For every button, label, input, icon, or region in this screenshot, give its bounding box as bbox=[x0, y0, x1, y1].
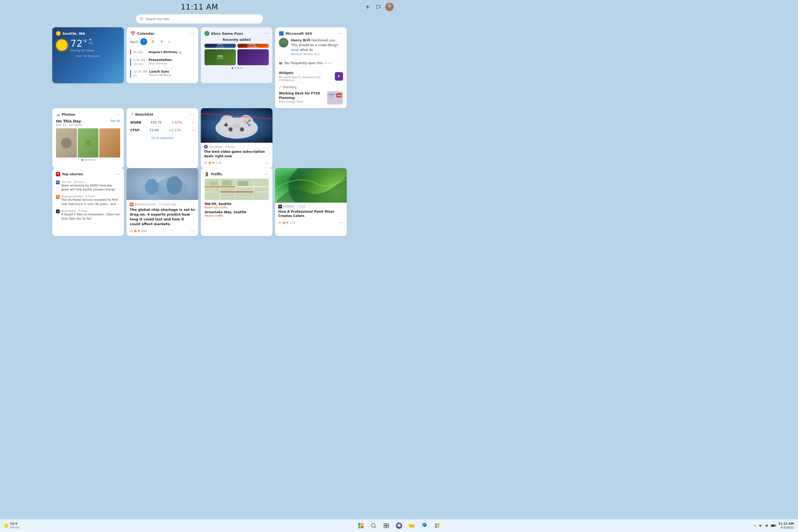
photos-more-button[interactable]: ··· bbox=[116, 112, 120, 117]
news-item-3[interactable]: B Bloomberg · 3 mins A Quant's Take on I… bbox=[56, 208, 120, 222]
dot-1 bbox=[231, 68, 233, 69]
m365-widget: 🟦 Microsoft 365 ··· Henry Brill mentione… bbox=[275, 27, 347, 108]
chip-source-name: Business Insider bbox=[134, 203, 156, 206]
weather-more-button[interactable]: ··· bbox=[116, 31, 120, 36]
chip-more-button[interactable]: ··· bbox=[190, 229, 195, 233]
calendar-month-row: April 7 8 9 ∨ bbox=[130, 38, 194, 45]
top-stories-header: N Top stories ··· bbox=[56, 172, 120, 177]
svg-rect-4 bbox=[90, 38, 91, 39]
chip-article-image bbox=[127, 168, 198, 200]
traffic-header: 🚦 Traffic ··· bbox=[205, 172, 269, 177]
temperature: 72 bbox=[70, 38, 82, 49]
traffic-more-button[interactable]: ··· bbox=[264, 172, 269, 177]
user-avatar[interactable] bbox=[385, 3, 394, 11]
bi-icon: BI bbox=[130, 203, 133, 206]
search-input[interactable] bbox=[145, 17, 259, 21]
photo-1[interactable] bbox=[56, 128, 77, 157]
search-bar-container bbox=[0, 14, 399, 24]
xbox-icon bbox=[205, 31, 209, 36]
weather-temp-container: 72 °F 0% Strong UV today bbox=[70, 38, 94, 52]
photo-2[interactable]: 🌿 bbox=[78, 128, 99, 157]
controller-svg bbox=[201, 108, 273, 143]
game-fourth[interactable] bbox=[238, 49, 269, 65]
traffic-title-row: 🚦 Traffic bbox=[205, 172, 223, 176]
xbox-more-button[interactable]: ··· bbox=[264, 31, 269, 36]
calendar-chevron[interactable]: ∨ bbox=[168, 39, 171, 44]
news-content-3: Bloomberg · 3 mins A Quant's Take on Inn… bbox=[61, 210, 120, 221]
event-time-2: 12:30 AM 1h bbox=[133, 70, 147, 78]
weather-forecast-link[interactable]: See full forecast bbox=[56, 54, 120, 58]
photos-grid: 🌿 bbox=[56, 128, 120, 157]
calendar-more-button[interactable]: ··· bbox=[190, 31, 194, 36]
photos-date: Dec 18 · 33 items bbox=[56, 123, 82, 127]
collapse-button[interactable] bbox=[375, 3, 382, 11]
forza-label: FORZA HORIZON 5 bbox=[247, 44, 259, 48]
photos-dot-5 bbox=[93, 159, 95, 161]
game-deals-more[interactable]: ··· bbox=[265, 161, 269, 166]
game-forza[interactable]: FORZA HORIZON 5 bbox=[238, 44, 269, 48]
news-item-2[interactable]: BI Business Insider · 2 hours The US Pos… bbox=[56, 193, 120, 208]
search-icon bbox=[140, 17, 143, 21]
watchlist-more-button[interactable]: ··· bbox=[190, 112, 194, 117]
search-bar-wrapper[interactable] bbox=[136, 14, 263, 24]
top-stories-more-button[interactable]: ··· bbox=[116, 172, 120, 177]
chip-source-sep: · bbox=[157, 203, 158, 206]
insider-widget: IN INSIDER · 1 hour How A Professional P… bbox=[275, 168, 347, 236]
bloomberg-icon: B bbox=[56, 210, 60, 213]
news-item-1[interactable]: TH The Hill · 18 mins Slash emissions by… bbox=[56, 179, 120, 193]
top-stories-title: Top stories bbox=[62, 172, 83, 176]
xbox-games-grid: HALO INFINITE FORZA HORIZON 5 MINE CRAFT bbox=[205, 44, 269, 65]
svg-rect-9 bbox=[329, 94, 335, 95]
weather-widget: Seattle, WA ··· 72 °F 0% Strong UV today… bbox=[52, 27, 124, 83]
xbox-dots bbox=[205, 68, 269, 69]
time-display: 11:11 AM bbox=[181, 3, 218, 12]
game-deals-widget-img: V The Verge · 4 hours The best video gam… bbox=[201, 108, 273, 168]
add-button[interactable] bbox=[364, 3, 371, 11]
news-content-2: Business Insider · 2 hours The US Postal… bbox=[61, 195, 120, 206]
news-source-time-3: Bloomberg · 3 mins bbox=[61, 210, 120, 212]
trending-label: Trending bbox=[283, 86, 296, 89]
calendar-day-9[interactable]: 9 bbox=[159, 38, 165, 45]
temp-display: 72 °F 0% bbox=[70, 38, 94, 49]
svg-point-20 bbox=[248, 124, 251, 126]
watchlist-title-row: ↗ Watchlist bbox=[130, 112, 153, 116]
m365-mention-user: Henry Brill bbox=[291, 38, 310, 42]
weather-header: Seattle, WA ··· bbox=[56, 31, 120, 36]
stock-change-1: -1.67% bbox=[171, 121, 182, 125]
bi-icon-2: BI bbox=[56, 195, 60, 198]
xbox-header: Xbox Game Pass ··· bbox=[205, 31, 269, 36]
insider-footer: 😊 🔥❤️ 274 ··· bbox=[278, 221, 344, 225]
weather-description: Strong UV today bbox=[70, 49, 94, 52]
photo-3[interactable] bbox=[99, 128, 120, 157]
m365-mention-link[interactable]: Isaac bbox=[291, 48, 299, 52]
photos-see-all[interactable]: See all bbox=[110, 119, 120, 122]
photos-section: On This Day bbox=[56, 119, 82, 123]
m365-title-row: 🟦 Microsoft 365 bbox=[279, 31, 312, 36]
game-minecraft[interactable]: MINE CRAFT bbox=[205, 49, 236, 65]
game-halo[interactable]: HALO INFINITE bbox=[205, 44, 236, 48]
m365-trending-section: ↗ Trending Working Deck for FY20 Plannin… bbox=[279, 83, 343, 104]
photos-day-info: On This Day Dec 18 · 33 items bbox=[56, 119, 82, 127]
weather-icon bbox=[56, 31, 61, 36]
allday-label: All day bbox=[133, 51, 146, 54]
stock-row-wgrb: WGRB 435.75 -1.67% ✓ bbox=[130, 119, 194, 127]
svg-point-5 bbox=[206, 32, 208, 35]
event-bar-2 bbox=[130, 70, 131, 78]
watchlist-link[interactable]: Go to watchlist bbox=[130, 134, 194, 140]
stock-check-1: ✓ bbox=[191, 120, 194, 125]
event-title-2: Lunch Sync bbox=[149, 70, 171, 74]
calendar-day-7[interactable]: 7 bbox=[140, 38, 147, 45]
folder-icon bbox=[279, 61, 282, 65]
chip-reaction-fire: 🔥❤️ bbox=[134, 229, 140, 233]
insider-reaction-count: 274 bbox=[290, 221, 295, 225]
news-headline-2: The US Postal Service revealed its first… bbox=[61, 198, 120, 206]
m365-more-button[interactable]: ··· bbox=[338, 31, 343, 36]
calendar-day-8[interactable]: 8 bbox=[149, 38, 156, 45]
m365-widgets-title: Widgets bbox=[279, 71, 335, 75]
game-deals-footer: 😊 🔥❤️ 1.4k ··· bbox=[204, 161, 269, 166]
event-sub-1: Alex Johnson bbox=[149, 62, 172, 65]
m365-widgets-section: Widgets Microsoft Search, Assistant and … bbox=[279, 67, 343, 82]
photos-dot-2 bbox=[85, 159, 86, 161]
traffic-map bbox=[205, 179, 269, 200]
insider-more-button[interactable]: ··· bbox=[339, 221, 344, 225]
